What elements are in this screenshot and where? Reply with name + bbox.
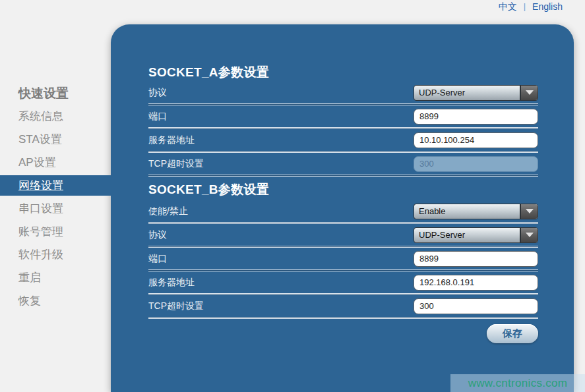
panel-content: SOCKET_A参数设置 协议 UDP-Server 端口 服务器地址 T <box>148 24 538 343</box>
protocol-a-label: 协议 <box>148 87 167 99</box>
protocol-b-label: 协议 <box>148 229 167 241</box>
row-protocol-a: 协议 UDP-Server <box>148 82 538 103</box>
port-b-label: 端口 <box>148 253 167 265</box>
sidebar-item-ap-settings[interactable]: AP设置 <box>0 151 111 174</box>
enable-b-label: 使能/禁止 <box>148 206 188 217</box>
sidebar-item-sta-settings[interactable]: STA设置 <box>0 128 111 151</box>
sidebar-item-account-manage[interactable]: 账号管理 <box>0 220 111 243</box>
row-server-address-a: 服务器地址 <box>148 129 538 151</box>
enable-b-select-value: Enable <box>414 204 520 219</box>
row-server-address-b: 服务器地址 <box>148 271 538 293</box>
port-b-input[interactable] <box>414 251 538 267</box>
watermark: www.cntronics.com <box>450 374 585 392</box>
sidebar-item-quick-setup[interactable]: 快速设置 <box>0 82 111 105</box>
chevron-down-icon <box>520 204 538 219</box>
tcp-timeout-b-input[interactable] <box>414 298 538 314</box>
section-title-socket-b: SOCKET_B参数设置 <box>148 179 538 200</box>
tcp-timeout-a-input <box>414 156 538 172</box>
section-title-socket-a: SOCKET_A参数设置 <box>148 63 538 82</box>
lang-divider: | <box>524 1 526 13</box>
protocol-a-select[interactable]: UDP-Server <box>414 85 538 101</box>
row-tcp-timeout-a: TCP超时设置 <box>148 153 538 175</box>
lang-chinese-link[interactable]: 中文 <box>499 1 517 13</box>
server-address-a-label: 服务器地址 <box>148 134 195 146</box>
settings-panel: SOCKET_A参数设置 协议 UDP-Server 端口 服务器地址 T <box>111 24 574 392</box>
row-port-a: 端口 <box>148 105 538 127</box>
sidebar-item-restore[interactable]: 恢复 <box>0 289 111 312</box>
save-row: 保存 <box>148 324 538 343</box>
page: 中文 | English 快速设置 系统信息 STA设置 AP设置 网络设置 串… <box>0 0 585 392</box>
row-separator <box>148 317 538 319</box>
lang-english-link[interactable]: English <box>532 1 563 13</box>
server-address-a-input[interactable] <box>414 132 538 148</box>
tcp-timeout-b-label: TCP超时设置 <box>148 300 204 312</box>
row-port-b: 端口 <box>148 248 538 269</box>
sidebar: 快速设置 系统信息 STA设置 AP设置 网络设置 串口设置 账号管理 软件升级… <box>0 82 111 312</box>
tcp-timeout-a-label: TCP超时设置 <box>148 158 204 170</box>
port-a-input[interactable] <box>414 109 538 125</box>
protocol-a-select-value: UDP-Server <box>414 86 520 100</box>
sidebar-item-system-info[interactable]: 系统信息 <box>0 105 111 128</box>
sidebar-item-network-settings[interactable]: 网络设置 <box>0 175 111 196</box>
server-address-b-label: 服务器地址 <box>148 277 195 289</box>
row-separator <box>148 175 538 177</box>
protocol-b-select-value: UDP-Server <box>414 228 520 242</box>
chevron-down-icon <box>520 228 538 242</box>
save-button[interactable]: 保存 <box>487 324 538 343</box>
port-a-label: 端口 <box>148 111 167 123</box>
row-tcp-timeout-b: TCP超时设置 <box>148 295 538 317</box>
row-enable-b: 使能/禁止 Enable <box>148 200 538 222</box>
protocol-b-select[interactable]: UDP-Server <box>414 227 538 243</box>
sidebar-item-restart[interactable]: 重启 <box>0 266 111 289</box>
chevron-down-icon <box>520 86 538 100</box>
enable-b-select[interactable]: Enable <box>414 204 538 219</box>
language-bar: 中文 | English <box>499 1 563 13</box>
sidebar-item-serial-settings[interactable]: 串口设置 <box>0 197 111 220</box>
server-address-b-input[interactable] <box>414 275 538 291</box>
row-protocol-b: 协议 UDP-Server <box>148 224 538 246</box>
sidebar-item-firmware-upgrade[interactable]: 软件升级 <box>0 243 111 266</box>
